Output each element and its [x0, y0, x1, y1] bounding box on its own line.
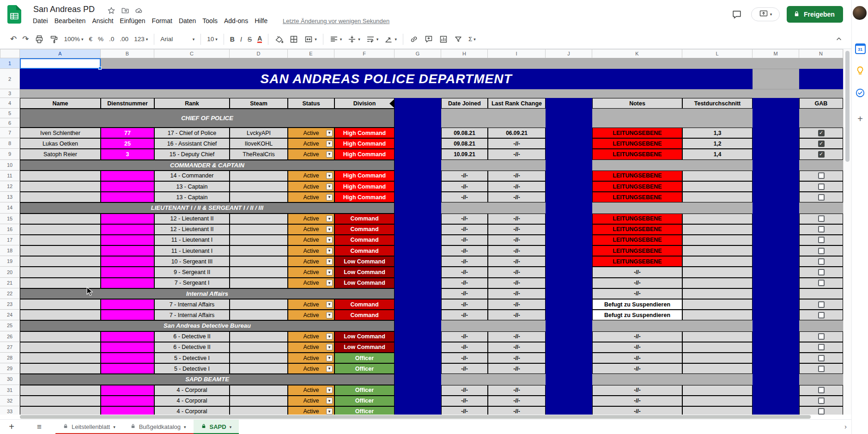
- cell-K18[interactable]: LEITUNGSEBENE: [592, 245, 682, 256]
- tasks-icon[interactable]: [854, 87, 866, 99]
- cell-B8[interactable]: 25: [101, 138, 154, 149]
- print-button[interactable]: [32, 33, 47, 46]
- cell-D24[interactable]: [230, 310, 288, 320]
- cell-I18[interactable]: -//-: [488, 245, 546, 256]
- collapse-toolbar-icon[interactable]: [834, 34, 844, 44]
- row-header-22[interactable]: 22: [0, 288, 20, 299]
- cell-H24[interactable]: -//-: [441, 310, 488, 320]
- row-header-5[interactable]: 5: [0, 109, 20, 118]
- cell-I29[interactable]: -//-: [488, 363, 546, 374]
- cell-N30[interactable]: [799, 374, 843, 385]
- row-header-19[interactable]: 19: [0, 256, 20, 267]
- tab-menu-icon[interactable]: ▾: [230, 425, 232, 429]
- section-band-row22[interactable]: Internal Affairs: [20, 288, 395, 299]
- cell-A33[interactable]: [20, 406, 101, 415]
- checkbox-icon[interactable]: [818, 248, 825, 254]
- cell-D17[interactable]: [230, 235, 288, 245]
- dropdown-icon[interactable]: ▼: [326, 151, 333, 158]
- cell-L20[interactable]: [682, 267, 753, 277]
- cell-F20[interactable]: Low Command: [334, 267, 395, 277]
- cell-A20[interactable]: [20, 267, 101, 277]
- strikethrough-button[interactable]: S: [245, 33, 255, 46]
- row-header-1[interactable]: 1: [0, 58, 20, 69]
- cell-H33[interactable]: -//-: [441, 406, 488, 415]
- cell-C9[interactable]: 15 - Deputy Chief: [154, 149, 230, 159]
- cell-D13[interactable]: [230, 192, 288, 202]
- menu-add-ons[interactable]: Add-ons: [221, 16, 251, 26]
- menu-format[interactable]: Format: [149, 16, 176, 26]
- cell-F21[interactable]: Low Command: [334, 278, 395, 288]
- vertical-scrollbar[interactable]: [843, 49, 851, 415]
- text-color-button[interactable]: A: [255, 33, 265, 46]
- cell-L31[interactable]: [682, 385, 753, 396]
- cell-I4[interactable]: Last Rank Change: [488, 98, 546, 109]
- cell-N21[interactable]: [799, 278, 843, 288]
- sheet-tab-leitstellenblatt[interactable]: Leitstellenblatt▾: [55, 420, 123, 434]
- dropdown-icon[interactable]: ▼: [326, 215, 333, 222]
- cell-K14[interactable]: [592, 202, 753, 213]
- row-header-12[interactable]: 12: [0, 181, 20, 192]
- cell-I32[interactable]: -//-: [488, 396, 546, 406]
- checkbox-icon[interactable]: [818, 333, 825, 340]
- cell-H9[interactable]: 10.09.21: [441, 149, 488, 159]
- cell-L26[interactable]: [682, 331, 753, 342]
- cell-K16[interactable]: LEITUNGSEBENE: [592, 224, 682, 235]
- cell-K9[interactable]: LEITUNGSEBENE: [592, 149, 682, 159]
- cell-L28[interactable]: [682, 353, 753, 363]
- column-header-G[interactable]: G: [395, 49, 441, 58]
- horizontal-scrollbar[interactable]: [0, 415, 843, 419]
- cell-L24[interactable]: [682, 310, 753, 320]
- cell-C19[interactable]: 10 - Sergeant III: [154, 256, 230, 267]
- cell-L17[interactable]: [682, 235, 753, 245]
- cell-N27[interactable]: [799, 342, 843, 353]
- checkbox-icon[interactable]: [818, 226, 825, 232]
- borders-button[interactable]: [286, 33, 301, 46]
- menu-einf-gen[interactable]: Einfügen: [116, 16, 148, 26]
- cell-N9[interactable]: ✓: [799, 149, 843, 159]
- insert-comment-button[interactable]: [421, 33, 436, 46]
- cell-B16[interactable]: [101, 224, 154, 235]
- cell-L29[interactable]: [682, 363, 753, 374]
- cell-I22[interactable]: -//-: [488, 288, 546, 299]
- cell-C31[interactable]: 4 - Corporal: [154, 385, 230, 396]
- format-currency-button[interactable]: €: [86, 33, 96, 46]
- cell-A7[interactable]: Iven Schlenther: [20, 128, 101, 138]
- comment-history-icon[interactable]: [731, 9, 743, 21]
- dropdown-icon[interactable]: ▼: [326, 183, 333, 190]
- cell-C8[interactable]: 16 - Assistant Chief: [154, 138, 230, 149]
- section-band-row14[interactable]: LIEUTENANT I / II & SERGEANT I / II / II…: [20, 202, 395, 213]
- cell-D15[interactable]: [230, 214, 288, 224]
- cell-F12[interactable]: High Command: [334, 181, 395, 192]
- cell-H12[interactable]: -//-: [441, 181, 488, 192]
- cell-E29[interactable]: Active▼: [288, 363, 334, 374]
- cell-C16[interactable]: 12 - Lieutenant II: [154, 224, 230, 235]
- cell-I26[interactable]: -//-: [488, 331, 546, 342]
- cell-E33[interactable]: Active▼: [288, 406, 334, 415]
- cell-F29[interactable]: Officer: [334, 363, 395, 374]
- column-header-C[interactable]: C: [154, 49, 230, 58]
- cell-K25[interactable]: [592, 320, 753, 331]
- cell-B26[interactable]: [101, 331, 154, 342]
- row-header-3[interactable]: 3: [0, 89, 20, 98]
- column-header-J[interactable]: J: [546, 49, 592, 58]
- cell-I11[interactable]: -//-: [488, 171, 546, 181]
- section-band-row5[interactable]: CHIEF OF POLICE: [20, 109, 395, 128]
- cell-A29[interactable]: [20, 363, 101, 374]
- row-header-30[interactable]: 30: [0, 374, 20, 385]
- cell-L4[interactable]: Testdurchschnitt: [682, 98, 753, 109]
- cell-K15[interactable]: LEITUNGSEBENE: [592, 214, 682, 224]
- cell-D12[interactable]: [230, 181, 288, 192]
- cell-H26[interactable]: -//-: [441, 331, 488, 342]
- document-title[interactable]: San Andreas PD: [33, 5, 95, 14]
- checkbox-icon[interactable]: ✓: [818, 141, 825, 147]
- dropdown-icon[interactable]: ▼: [326, 269, 333, 275]
- cell-F11[interactable]: High Command: [334, 171, 395, 181]
- dropdown-icon[interactable]: ▼: [326, 312, 333, 318]
- share-button[interactable]: Freigeben: [787, 6, 843, 23]
- increase-decimals-button[interactable]: .00: [117, 33, 131, 46]
- cell-B32[interactable]: [101, 396, 154, 406]
- cell-N23[interactable]: [799, 299, 843, 310]
- cell-B23[interactable]: [101, 299, 154, 310]
- checkbox-icon[interactable]: [818, 269, 825, 275]
- row-header-9[interactable]: 9: [0, 149, 20, 159]
